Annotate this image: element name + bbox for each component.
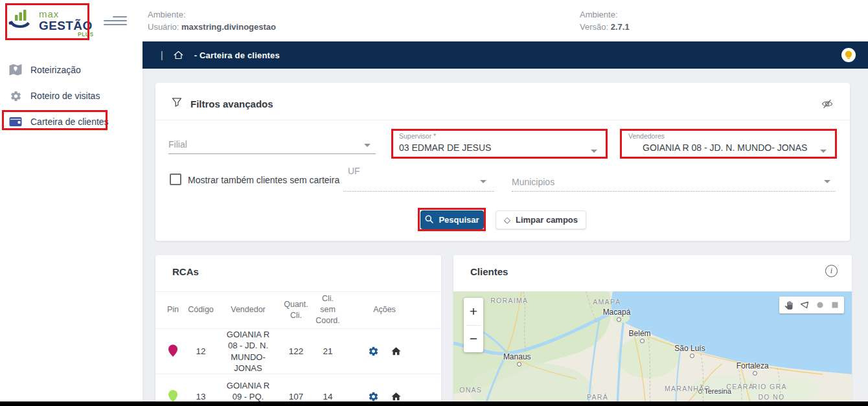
- app-root: max GESTÃO PLUS Ambiente: Usuário: maxst…: [0, 0, 868, 406]
- zoom-out-button[interactable]: −: [464, 326, 483, 353]
- quant-cli-cell: 107: [277, 392, 315, 401]
- info-icon[interactable]: i: [825, 265, 838, 277]
- gear-icon[interactable]: [368, 391, 379, 402]
- breadcrumb-title: - Carteira de clientes: [194, 51, 280, 60]
- lightbulb-icon[interactable]: [841, 48, 856, 62]
- search-icon: [425, 215, 433, 225]
- sidebar-item-label: Roteirização: [30, 65, 81, 75]
- column-header-vendedor: Vendedor: [219, 304, 277, 315]
- rcas-table-header: Pin Código Vendedor Quant. Cli. Cli. sem…: [155, 291, 441, 329]
- rectangle-draw-icon[interactable]: [831, 301, 839, 309]
- chevron-down-icon: [364, 144, 371, 147]
- app-logo: max GESTÃO PLUS: [8, 6, 93, 34]
- limpar-campos-button[interactable]: ◇ Limpar campos: [496, 210, 586, 229]
- filters-title: Filtros avançados: [190, 98, 273, 109]
- sidebar-item-roteirizacao[interactable]: Roteirização: [0, 60, 143, 80]
- environment-label: Ambiente:: [580, 8, 630, 21]
- rcas-title: RCAs: [172, 266, 199, 277]
- logo-word-plus: PLUS: [78, 32, 94, 38]
- column-header-cli-sem-coord: Cli. sem Coord.: [315, 293, 341, 326]
- logo-word-gestao: GESTÃO: [39, 19, 93, 32]
- filters-panel: Filtros avançados Filial Supervisor * 03…: [155, 83, 850, 241]
- clientes-title: Clientes: [470, 266, 508, 277]
- breadcrumb-bar: | - Carteira de clientes: [143, 41, 868, 69]
- gear-icon: [9, 90, 22, 102]
- bottom-edge-bar: [0, 401, 868, 406]
- column-header-acoes: Ações: [341, 304, 428, 315]
- pesquisar-button[interactable]: Pesquisar: [420, 210, 484, 229]
- user-label: Usuário:: [148, 22, 179, 32]
- codigo-cell: 13: [183, 392, 219, 401]
- cli-sem-coord-cell: 21: [315, 346, 341, 356]
- sidebar-item-label: Roteiro de visitas: [30, 91, 100, 101]
- breadcrumb-divider: |: [161, 50, 163, 60]
- logo-wordmark: max GESTÃO PLUS: [39, 9, 93, 32]
- user-value: maxstring.divinogestao: [181, 22, 276, 32]
- uf-select[interactable]: UF: [343, 166, 494, 192]
- map-route-icon: [9, 64, 22, 76]
- chevron-down-icon: [824, 180, 830, 183]
- pan-hand-icon[interactable]: [784, 301, 793, 310]
- wallet-icon: [9, 117, 22, 127]
- diamond-icon: ◇: [504, 215, 510, 225]
- mostrar-clientes-sem-carteira-checkbox[interactable]: [170, 174, 181, 185]
- app-header: max GESTÃO PLUS Ambiente: Usuário: maxst…: [0, 0, 868, 41]
- eye-slash-icon[interactable]: [821, 98, 833, 112]
- home-icon[interactable]: [391, 346, 402, 357]
- gear-icon[interactable]: [368, 346, 379, 357]
- circle-draw-icon[interactable]: [816, 301, 824, 309]
- logo-word-max: max: [39, 9, 93, 19]
- environment-label: Ambiente:: [148, 8, 276, 21]
- quant-cli-cell: 122: [277, 346, 315, 356]
- map-zoom-control: + −: [464, 298, 483, 352]
- clientes-map[interactable]: RORAIMA AMAPÁ MARANHÃO CEARÁ PARÁ ONAS R…: [453, 291, 852, 406]
- clientes-panel: Clientes i: [453, 255, 852, 406]
- column-header-pin: Pin: [163, 304, 183, 315]
- filial-placeholder: Filial: [168, 139, 187, 150]
- polygon-draw-icon[interactable]: [800, 301, 809, 309]
- limpar-campos-label: Limpar campos: [516, 215, 578, 225]
- supervisor-label: Supervisor *: [394, 132, 605, 140]
- codigo-cell: 12: [183, 346, 219, 356]
- municipios-select[interactable]: Municipios: [512, 166, 836, 192]
- home-icon[interactable]: [391, 391, 402, 402]
- zoom-in-button[interactable]: +: [464, 298, 483, 325]
- chevron-down-icon: [480, 180, 486, 183]
- version-label: Versão:: [580, 22, 608, 32]
- supervisor-select[interactable]: Supervisor * 03 EDMAR DE JESUS: [394, 132, 605, 158]
- sidebar-item-carteira-de-clientes[interactable]: Carteira de clientes: [0, 111, 143, 132]
- table-row: 12 GOIANIA R 08 - JD. N. MUNDO- JONAS 12…: [155, 329, 441, 374]
- sidebar-nav: Roteirização Roteiro de visitas Carteira…: [0, 41, 143, 406]
- column-header-codigo: Código: [183, 304, 219, 315]
- map-drawing-toolbar: [779, 297, 844, 313]
- vendedores-value: GOIANIA R 08 - JD. N. MUNDO- JONAS: [623, 142, 834, 153]
- home-icon[interactable]: [173, 50, 184, 60]
- vendedor-cell: GOIANIA R 08 - JD. N. MUNDO- JONAS: [222, 329, 274, 374]
- cli-sem-coord-cell: 14: [315, 392, 341, 401]
- municipios-label: Municipios: [512, 177, 554, 187]
- environment-version-info: Ambiente: Versão: 2.7.1: [580, 8, 630, 33]
- column-header-quant-cli: Quant. Cli.: [277, 299, 315, 321]
- hamburger-menu-icon[interactable]: [104, 16, 127, 26]
- logo-hand-bars-icon: [8, 6, 35, 34]
- filial-select[interactable]: Filial: [168, 135, 376, 154]
- chevron-down-icon: [591, 150, 597, 153]
- map-pin-icon: [163, 344, 183, 359]
- chevron-down-icon: [820, 150, 827, 153]
- vendedores-select[interactable]: Vendedores GOIANIA R 08 - JD. N. MUNDO- …: [623, 132, 834, 158]
- pesquisar-label: Pesquisar: [439, 215, 479, 225]
- vendedores-label: Vendedores: [623, 132, 834, 140]
- sidebar-item-label: Carteira de clientes: [30, 117, 109, 127]
- main-content: | - Carteira de clientes: [143, 41, 868, 406]
- rcas-panel: RCAs Pin Código Vendedor Quant. Cli. Cli…: [155, 255, 441, 406]
- sidebar-item-roteiro-de-visitas[interactable]: Roteiro de visitas: [0, 85, 143, 106]
- version-value: 2.7.1: [611, 22, 630, 32]
- supervisor-value: 03 EDMAR DE JESUS: [394, 142, 605, 153]
- environment-user-info: Ambiente: Usuário: maxstring.divinogesta…: [148, 8, 276, 33]
- filter-funnel-icon: [172, 97, 182, 110]
- uf-label: UF: [348, 166, 360, 176]
- checkbox-label: Mostrar também clientes sem carteira: [188, 175, 339, 185]
